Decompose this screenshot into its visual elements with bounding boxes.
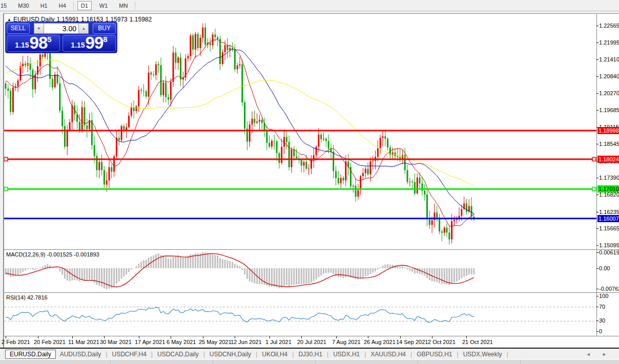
ma-60-line <box>6 60 474 186</box>
status-strip <box>0 359 619 364</box>
price-axis-tick: 1.21995 <box>599 39 619 46</box>
hline-handle[interactable] <box>4 187 8 191</box>
price-axis-flag-1.18024: 1.18024 <box>597 156 619 163</box>
timeframe-button-d1[interactable]: D1 <box>77 1 92 10</box>
hline-1.17010[interactable] <box>4 187 596 191</box>
hline-handle[interactable] <box>592 157 596 161</box>
price-axis-tick: 1.15665 <box>599 225 619 232</box>
chart-tab-usdcad-daily[interactable]: USDCAD,Daily <box>153 350 203 359</box>
rsi-label: RSI(14) 42.7816 <box>6 294 48 301</box>
time-axis-label: 2 Feb 2021 <box>2 339 30 345</box>
chart-tab-ukoil-h4[interactable]: UKOil,H4 <box>258 350 292 359</box>
time-axis-tick <box>400 336 401 338</box>
mt4-terminal: 15M30H1H4D1W1MN ▲EURUSD,Daily1.159911.16… <box>0 0 619 364</box>
price-axis-tick: 1.17390 <box>599 175 619 181</box>
chart-tab-usdx-weekly[interactable]: USDX,Weekly <box>459 350 506 359</box>
price-axis-tick: 1.19685 <box>599 107 619 114</box>
chart-tab-xauusd-h4[interactable]: XAUUSD,H4 <box>366 350 410 359</box>
tab-separator: | <box>364 351 366 358</box>
rsi-axis-label: 0 <box>599 328 619 335</box>
sell-price-pip: 5 <box>47 36 51 43</box>
time-axis-tick <box>235 336 235 338</box>
time-axis-tick <box>466 336 467 338</box>
time-axis-tick <box>301 336 302 338</box>
macd-histogram <box>5 252 475 289</box>
time-axis-label: 25 May 2021 <box>199 339 232 345</box>
chart-tab-usdcnh-daily[interactable]: USDCNH,Daily <box>205 350 255 359</box>
time-axis-label: 12 Jun 2021 <box>231 339 262 345</box>
time-axis-separator <box>4 336 619 336</box>
price-axis-flag-1.17010: 1.17010 <box>597 185 619 192</box>
time-axis-tick <box>368 336 368 338</box>
time-axis-label: 21 Oct 2021 <box>462 339 493 345</box>
price-axis-tick: 1.20840 <box>599 73 619 80</box>
tab-separator: | <box>292 351 294 358</box>
tab-scroll-arrows[interactable]: ◄ ► <box>586 352 612 357</box>
volume-increase-button[interactable]: ▲ <box>78 23 89 34</box>
price-axis-flag-1.18998: 1.18998 <box>597 127 619 134</box>
one-click-trading-panel: SELL ▼ ▲ BUY 1.15 98 5 1.15 99 8 <box>5 22 117 53</box>
price-axis-tick: 1.15095 <box>599 242 619 249</box>
buy-button[interactable]: BUY <box>93 23 116 34</box>
chart-tab-dj30-h1[interactable]: DJ30,H1 <box>294 350 326 359</box>
sell-price-prefix: 1.15 <box>15 40 29 50</box>
timeframe-toolbar: 15M30H1H4D1W1MN <box>0 0 619 11</box>
price-axis-line <box>596 14 597 336</box>
status-separator <box>520 360 521 364</box>
chart-tab-gbpusd-h1[interactable]: GBPUSD,H1 <box>412 350 456 359</box>
buy-price-big: 99 <box>86 35 104 50</box>
chart-tab-bar: EURUSD,DailyAUDUSD,Daily|USDCHF,H4|USDCA… <box>0 348 619 359</box>
status-separator <box>315 360 316 364</box>
time-axis-label: 26 Aug 2021 <box>364 339 396 345</box>
timeframe-button-m30[interactable]: M30 <box>14 1 32 10</box>
time-axis-tick <box>270 336 270 338</box>
price-axis-tick: 1.22565 <box>599 23 619 29</box>
tab-separator: | <box>457 351 459 358</box>
timeframe-button-15[interactable]: 15 <box>0 1 10 10</box>
volume-input[interactable] <box>44 23 78 34</box>
tab-separator: | <box>410 351 412 358</box>
sell-price-display[interactable]: 1.15 98 5 <box>7 35 60 52</box>
time-axis-label: 2 Oct 2021 <box>428 339 456 345</box>
timeframe-button-mn[interactable]: MN <box>115 1 131 10</box>
time-axis-tick <box>171 336 171 338</box>
macd-signal-line <box>6 254 474 287</box>
tab-separator: | <box>106 351 107 358</box>
time-axis-label: 30 Mar 2021 <box>100 339 132 345</box>
tab-separator: | <box>327 351 328 358</box>
timeframe-button-w1[interactable]: W1 <box>96 1 112 10</box>
time-axis-tick <box>6 336 6 338</box>
timeframe-button-h4[interactable]: H4 <box>55 1 70 10</box>
time-axis-tick <box>336 336 337 338</box>
price-axis-tick: 1.18545 <box>599 141 619 147</box>
buy-price-prefix: 1.15 <box>71 40 85 50</box>
hline-handle[interactable] <box>592 187 596 191</box>
hline-handle[interactable] <box>4 157 8 161</box>
buy-price-pip: 8 <box>103 36 107 43</box>
time-axis-tick <box>139 336 139 338</box>
time-axis-label: 11 Mar 2021 <box>68 339 99 345</box>
time-axis-label: 7 Aug 2021 <box>332 339 361 345</box>
volume-decrease-button[interactable]: ▼ <box>34 23 44 34</box>
time-axis-tick <box>104 336 105 338</box>
chart-tab-eurusd-daily[interactable]: EURUSD,Daily <box>5 350 56 359</box>
time-axis-label: 6 May 2021 <box>167 339 196 345</box>
rsi-panel-separator <box>4 292 619 293</box>
macd-axis-label: 0.006193 <box>599 249 619 256</box>
hline-1.18024[interactable] <box>4 157 596 161</box>
time-axis-label: 1 Jul 2021 <box>265 339 292 345</box>
status-separator <box>213 360 213 364</box>
status-separator <box>110 360 111 364</box>
macd-panel-separator <box>4 249 619 250</box>
buy-price-display[interactable]: 1.15 99 8 <box>63 35 116 52</box>
sell-button[interactable]: SELL <box>7 23 30 34</box>
time-axis-label: 17 Apr 2021 <box>135 339 165 345</box>
chart-tab-usdchf-h4[interactable]: USDCHF,H4 <box>108 350 151 359</box>
chart-tab-usdx-h1[interactable]: USDX,H1 <box>329 350 364 359</box>
timeframe-button-h1[interactable]: H1 <box>37 1 51 10</box>
macd-axis-label: -0.00762 <box>599 286 619 292</box>
macd-label: MACD(12,26,9) -0.001525 -0.001893 <box>6 251 99 258</box>
time-axis-tick <box>432 336 432 338</box>
chart-tab-audusd-daily[interactable]: AUDUSD,Daily <box>56 350 106 359</box>
time-axis-tick <box>203 336 203 338</box>
